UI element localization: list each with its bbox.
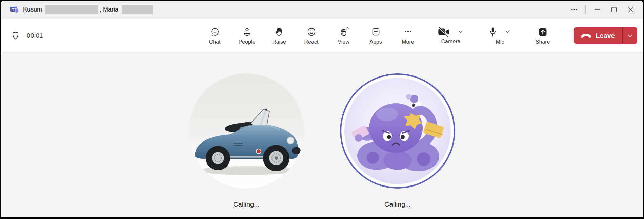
toolbar-divider	[430, 26, 430, 45]
maximize-button[interactable]	[605, 2, 622, 17]
teams-call-window: Kusum, Maria	[1, 1, 643, 217]
react-label: React	[304, 39, 319, 45]
camera-label: Camera	[441, 39, 461, 44]
classic-blue-car-photo[interactable]	[189, 73, 304, 189]
waving-hand-icon	[339, 27, 349, 37]
participant-tile-1: Calling...	[189, 73, 304, 216]
leave-options-button[interactable]	[622, 27, 637, 44]
close-icon	[628, 7, 633, 13]
mic-icon	[488, 26, 497, 37]
person-icon	[242, 27, 252, 37]
plus-square-icon	[371, 27, 381, 37]
chat-label: Chat	[209, 39, 221, 45]
minimize-button[interactable]	[588, 2, 605, 17]
redacted-surname-1	[45, 5, 98, 14]
purple-octopus-illustration[interactable]	[340, 73, 455, 189]
titlebar-left: Kusum, Maria	[1, 5, 154, 14]
mic-toggle-button[interactable]	[488, 26, 497, 37]
camera-options-button[interactable]	[450, 28, 464, 36]
car-avatar-image	[189, 73, 304, 189]
hangup-phone-icon	[581, 33, 591, 38]
camera-group: Camera	[437, 19, 464, 52]
mic-group: Mic	[488, 19, 511, 52]
leave-split-button: Leave	[574, 27, 637, 44]
share-label: Share	[536, 39, 550, 45]
leave-button[interactable]: Leave	[574, 27, 622, 44]
toolbar-device-controls: Camera	[437, 19, 637, 52]
view-label: View	[338, 39, 349, 45]
participant-tile-2: Calling...	[340, 73, 455, 216]
view-button[interactable]: View	[327, 19, 360, 52]
ellipsis-icon	[571, 9, 577, 11]
call-stage: Calling...	[1, 52, 643, 216]
share-screen-icon	[538, 27, 548, 37]
title-name-1: Kusum	[23, 6, 42, 13]
maximize-icon	[611, 7, 617, 12]
apps-button[interactable]: Apps	[360, 19, 392, 52]
octopus-avatar-image	[344, 78, 451, 184]
more-button[interactable]: More	[392, 19, 424, 52]
more-options-button[interactable]	[566, 2, 583, 17]
apps-label: Apps	[369, 39, 382, 45]
raised-hand-icon	[274, 27, 284, 37]
chevron-down-icon	[504, 28, 511, 36]
minimize-icon	[595, 9, 600, 10]
shield-icon	[11, 31, 20, 41]
mic-options-button[interactable]	[497, 28, 511, 36]
raise-label: People	[239, 39, 256, 45]
call-timer: 00:01	[27, 32, 43, 39]
share-button[interactable]: Share	[536, 19, 550, 52]
raise-label: Raise	[272, 39, 286, 45]
window-controls	[566, 1, 643, 19]
titlebar: Kusum, Maria	[1, 1, 643, 19]
people-button[interactable]: People	[231, 19, 263, 52]
camera-off-icon	[437, 27, 450, 37]
more-label: More	[402, 39, 414, 45]
mic-controls	[488, 26, 511, 37]
smiley-icon	[306, 27, 317, 37]
ellipsis-icon	[403, 27, 413, 37]
calling-status: Calling...	[233, 201, 260, 209]
camera-controls	[437, 27, 464, 37]
redacted-surname-2	[122, 5, 153, 14]
window-title: Kusum, Maria	[23, 5, 154, 14]
chevron-down-icon	[626, 31, 634, 40]
chevron-down-icon	[457, 28, 464, 36]
titlebar-divider	[585, 5, 586, 14]
calling-status: Calling...	[384, 201, 411, 209]
react-button[interactable]: React	[295, 19, 327, 52]
leave-label: Leave	[596, 32, 615, 40]
teams-logo-icon	[9, 5, 19, 14]
chat-button[interactable]: Chat	[199, 19, 231, 52]
mic-label: Mic	[496, 39, 504, 45]
call-info: 00:01	[11, 19, 43, 52]
camera-toggle-button[interactable]	[437, 27, 450, 37]
chat-bubble-icon	[210, 27, 220, 37]
octopus-avatar-frame	[344, 78, 451, 184]
toolbar-center-items: Chat People Raise	[199, 19, 424, 52]
close-button[interactable]	[622, 2, 639, 17]
call-toolbar: 00:01 Chat People Rai	[1, 19, 643, 52]
raise-hand-button[interactable]: Raise	[263, 19, 295, 52]
title-name-2: , Maria	[100, 6, 118, 13]
